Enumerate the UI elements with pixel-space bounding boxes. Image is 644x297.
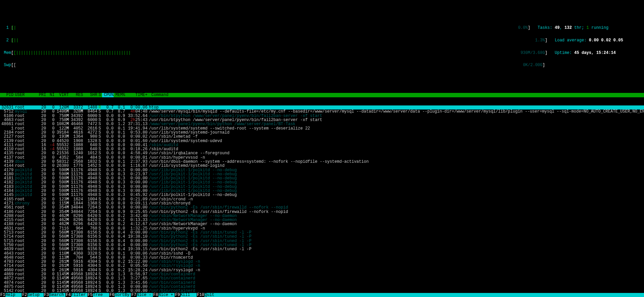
function-key-bar[interactable]: F1Help F2Setup F3SearchF4FilterF5Tree F6…: [0, 293, 644, 297]
fkey-f4[interactable]: F4: [65, 293, 71, 297]
process-row[interactable]: 4145polkitd200598M111764948S0.00.30:45.9…: [0, 193, 644, 197]
process-row[interactable]: 2139root2004452019081328S0.00.00:01.60/u…: [0, 139, 644, 143]
col-ni[interactable]: NI: [46, 93, 55, 97]
fkey-f2[interactable]: F2: [22, 293, 27, 297]
process-row[interactable]: 4144root2002638017761452S0.00.01:16.87/u…: [0, 164, 644, 168]
cpu1-label: 1: [1, 26, 11, 30]
process-row[interactable]: 4182polkitd200598M111764948S0.00.30:00.0…: [0, 180, 644, 184]
fkey-f10[interactable]: F10: [197, 293, 205, 297]
fkey-label[interactable]: Tree: [93, 293, 109, 297]
system-meters: 1 [[| 0.0%] Tasks: 49, 132 thr; 1 runnin…: [0, 17, 644, 72]
fkey-f6[interactable]: F6: [109, 293, 115, 297]
process-row[interactable]: 4714root200261M59164304S0.00.20:05.50/us…: [0, 264, 644, 268]
process-row[interactable]: 4872root2001145M4956818924S0.01.33:27.65…: [0, 276, 644, 280]
process-row[interactable]: 4135root2002153612401012S0.00.04:58.49/u…: [0, 151, 644, 155]
col-res[interactable]: RES: [69, 93, 83, 97]
col-cpu[interactable]: CPU%: [102, 93, 114, 97]
fkey-label[interactable]: Nice +: [158, 293, 175, 297]
process-row[interactable]: 5712mysql2001406M328M8464S0.78.74h04:48/…: [0, 110, 644, 114]
process-row[interactable]: 48661root2001082M464687472S0.01.237:31.1…: [0, 122, 644, 126]
cpu2-label: 2: [1, 38, 11, 42]
process-row[interactable]: 4186root200354M340447264S0.00.90:25.65/u…: [0, 210, 644, 214]
fkey-label[interactable]: SortBy: [115, 293, 131, 297]
swp-label: Swp: [1, 63, 11, 67]
col-s[interactable]: S: [97, 93, 102, 97]
fkey-f1[interactable]: F1: [0, 293, 5, 297]
col-mem[interactable]: MEM%: [114, 93, 125, 97]
process-row[interactable]: 4561root200354M340447264S0.00.90:00.00/u…: [0, 205, 644, 210]
col-time[interactable]: TIME+: [125, 93, 148, 97]
process-row[interactable]: 4639root200560M173086156S0.00.419:39.15/…: [0, 247, 644, 251]
fkey-label[interactable]: Help: [5, 293, 22, 297]
col-user[interactable]: USER: [14, 93, 36, 97]
fkey-label[interactable]: Filter: [71, 293, 87, 297]
fkey-label[interactable]: Quit: [204, 293, 221, 297]
col-command[interactable]: Command: [148, 93, 644, 97]
fkey-f3[interactable]: F3: [44, 293, 49, 297]
column-header[interactable]: PID USER PRI NI VIRT RES SHR S CPU% MEM%…: [0, 93, 644, 97]
process-table[interactable]: 32631root200120M33721488R0.70.10:00.06ht…: [0, 105, 644, 297]
process-row[interactable]: 2127root200193M1364980S0.00.00:00.02/usr…: [0, 135, 644, 139]
col-shr[interactable]: SHR: [83, 93, 97, 97]
fkey-label[interactable]: Setup: [27, 293, 44, 297]
col-virt[interactable]: VIRT: [55, 93, 69, 97]
mem-label: Mem: [1, 51, 11, 55]
fkey-f7[interactable]: F7: [131, 293, 136, 297]
fkey-label[interactable]: Kill: [180, 293, 197, 297]
process-row[interactable]: 5714root200560M173086156S0.00.419:38.10/…: [0, 235, 644, 239]
fkey-f8[interactable]: F8: [153, 293, 158, 297]
process-row[interactable]: 4643root200110M43603328S0.00.10:00.06/us…: [0, 252, 644, 256]
col-pid[interactable]: PID: [0, 93, 14, 97]
fkey-f5[interactable]: F5: [87, 293, 93, 297]
fkey-label[interactable]: Nice -: [137, 293, 153, 297]
fkey-label[interactable]: Search: [49, 293, 65, 297]
col-pri[interactable]: PRI: [36, 93, 46, 97]
fkey-f9[interactable]: F9: [175, 293, 180, 297]
process-row[interactable]: 4188root200462M82966420S0.00.24:12.67/us…: [0, 222, 644, 226]
